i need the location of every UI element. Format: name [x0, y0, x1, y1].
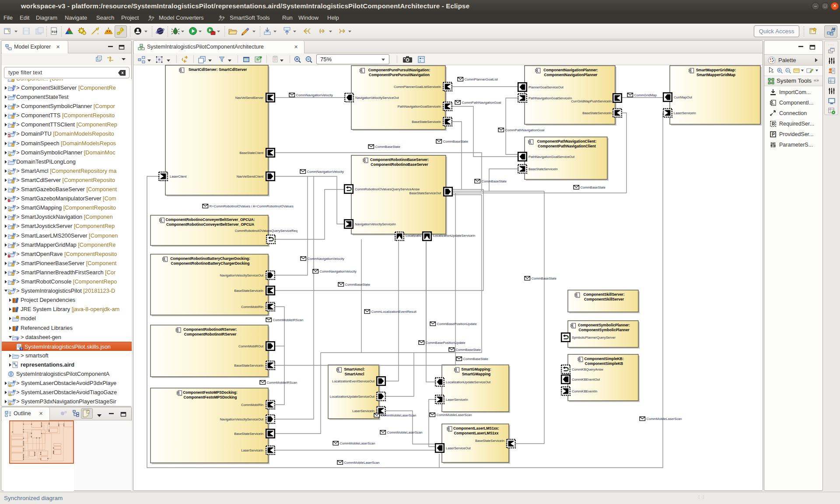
svg-text:M: M — [13, 177, 16, 181]
svg-text:ComponentRobotinoBaseServer:: ComponentRobotinoBaseServer: — [370, 158, 429, 162]
svg-text:LaserServiceIn: LaserServiceIn — [446, 398, 468, 402]
svg-text:CommBaseState: CommBaseState — [375, 145, 400, 149]
svg-text:CommNavigationVelocity: CommNavigationVelocity — [320, 270, 357, 273]
svg-text:CommMobileLaserScan: CommMobileLaserScan — [340, 441, 375, 445]
svg-text:BaseStateServiceOut: BaseStateServiceOut — [409, 191, 441, 195]
svg-text:CommMobileLaserScan: CommMobileLaserScan — [647, 417, 682, 421]
svg-text:ComponentRobotinoBatteryCharge: ComponentRobotinoBatteryChargerDocking — [171, 261, 250, 266]
svg-text:BaseStateServiceIn: BaseStateServiceIn — [475, 439, 504, 443]
svg-text:CommPathNavigationGoal: CommPathNavigationGoal — [462, 101, 501, 105]
svg-text:LaserServiceIn: LaserServiceIn — [674, 111, 696, 115]
svg-text:M: M — [13, 232, 16, 236]
svg-text:CommPlannerGoalList: CommPlannerGoalList — [465, 77, 498, 81]
svg-text:CommBaseState: CommBaseState — [345, 283, 370, 287]
svg-text:LocalizationUpdateServiceOut: LocalizationUpdateServiceOut — [330, 395, 375, 399]
svg-text:PlannerGoalServiceOut: PlannerGoalServiceOut — [528, 85, 564, 89]
svg-text:CommBaseState: CommBaseState — [463, 357, 488, 361]
svg-text:CommKBQueryAnsw: CommKBQueryAnsw — [572, 368, 603, 371]
svg-text:LaserServiceIn: LaserServiceIn — [352, 409, 374, 413]
svg-text:BaseStateServiceIn: BaseStateServiceIn — [234, 364, 263, 368]
svg-text:R=CommRobotinoIOValues / A=Com: R=CommRobotinoIOValues / A=CommRobotinoI… — [210, 204, 294, 208]
svg-text:ComponentRobotinoBaseServer: ComponentRobotinoBaseServer — [371, 162, 428, 167]
svg-text:CommKBEventIn: CommKBEventIn — [572, 389, 597, 393]
svg-text:M: M — [13, 242, 16, 245]
svg-text:CommNavigationVelocity: CommNavigationVelocity — [307, 170, 344, 174]
svg-text:ComponentFestoMPSDocking:: ComponentFestoMPSDocking: — [183, 390, 238, 395]
svg-text:ComponentRobotinoConveyerBeltS: ComponentRobotinoConveyerBeltServer_OPCU… — [166, 222, 254, 227]
svg-text:M: M — [13, 130, 16, 134]
svg-text:M: M — [13, 121, 16, 125]
svg-text:ComponentRobotinoIRServer:: ComponentRobotinoIRServer: — [183, 327, 237, 332]
svg-text:BaseStateServiceIn: BaseStateServiceIn — [582, 111, 612, 115]
svg-text:M: M — [13, 269, 16, 273]
svg-text:LocalizationEventServiceOut: LocalizationEventServiceOut — [332, 379, 375, 383]
svg-text:ComponentSymbolicPlanner:: ComponentSymbolicPlanner: — [578, 323, 630, 327]
svg-text:M: M — [13, 94, 16, 98]
svg-text:PathNavigationGoalServiceOut: PathNavigationGoalServiceOut — [528, 155, 575, 159]
svg-text:ComponentRobotinoIRServer: ComponentRobotinoIRServer — [184, 332, 237, 336]
svg-text:CommBaseState: CommBaseState — [532, 276, 556, 280]
svg-text:ComponentRobotinoBatteryCharge: ComponentRobotinoBatteryChargerDocking: — [170, 256, 250, 261]
svg-text:P: P — [772, 132, 775, 137]
svg-text:ComponentPathNavigationClient:: ComponentPathNavigationClient: — [537, 139, 597, 144]
svg-text:BaseStateServiceIn: BaseStateServiceIn — [234, 432, 263, 436]
svg-text:M: M — [13, 389, 16, 393]
svg-text:M: M — [13, 278, 16, 282]
svg-text:M: M — [13, 158, 16, 162]
svg-text:CommNavigationVelocity: CommNavigationVelocity — [296, 93, 333, 97]
svg-text:BaseStateServiceIn: BaseStateServiceIn — [234, 289, 263, 293]
svg-text:SmartGMapping: SmartGMapping — [462, 372, 491, 376]
svg-text:ComponentPurePursuitNavigation: ComponentPurePursuitNavigation — [369, 73, 430, 77]
svg-text:M: M — [13, 251, 16, 255]
svg-text:M: M — [13, 112, 16, 116]
svg-text:CommMobileIRScan: CommMobileIRScan — [273, 318, 304, 322]
svg-text:M: M — [13, 186, 16, 190]
svg-text:CommMobileLaserScan: CommMobileLaserScan — [344, 461, 380, 465]
svg-text:NavigationVelocityServiceOut: NavigationVelocityServiceOut — [355, 96, 399, 100]
svg-text:CommBaseState: CommBaseState — [443, 140, 468, 144]
svg-text:LocalizationUpdateServiceOut: LocalizationUpdateServiceOut — [446, 380, 491, 384]
svg-text:SmartMapperGridMap:: SmartMapperGridMap: — [696, 68, 736, 72]
svg-text:M: M — [13, 260, 16, 264]
svg-text:NavigationVelocityServiceOut: NavigationVelocityServiceOut — [220, 273, 264, 277]
svg-text:ComponentRobotinoConveyerBeltS: ComponentRobotinoConveyerBeltServer_OPCU… — [165, 217, 255, 222]
svg-text:SmartGMapping:: SmartGMapping: — [461, 367, 491, 371]
svg-text:CommBasePositionUpdate: CommBasePositionUpdate — [437, 322, 477, 326]
svg-text:SymbolicPlannerQueryServer: SymbolicPlannerQueryServer — [572, 336, 616, 340]
svg-text:M: M — [13, 223, 16, 227]
svg-text:CommBaseState: CommBaseState — [456, 348, 481, 352]
svg-text:ComponentSkillServer: ComponentSkillServer — [584, 297, 624, 301]
svg-text:SmartAmcl:: SmartAmcl: — [344, 367, 365, 371]
svg-text:ComponentLaserLMS1xx: ComponentLaserLMS1xx — [454, 431, 498, 435]
svg-text:SmartMapperGridMap: SmartMapperGridMap — [696, 73, 735, 77]
svg-text:CommMobIRIn: CommMobIRIn — [241, 403, 263, 407]
svg-text:R: R — [772, 122, 775, 126]
svg-text:CommMobileIRScan: CommMobileIRScan — [267, 381, 298, 385]
svg-text:M: M — [13, 204, 16, 208]
svg-text:LaserServiceOut: LaserServiceOut — [446, 446, 471, 450]
svg-text:BaseStateClient: BaseStateClient — [240, 151, 264, 155]
svg-text:?: ? — [21, 347, 22, 350]
svg-text:ComponentSimpleKB: ComponentSimpleKB — [585, 361, 623, 366]
svg-text:SmartAmcl: SmartAmcl — [345, 372, 364, 376]
svg-text:M: M — [13, 195, 16, 199]
svg-text:ComponentLaserLMS1xx:: ComponentLaserLMS1xx: — [453, 426, 499, 430]
svg-text:NavVelSendClient: NavVelSendClient — [237, 175, 264, 178]
svg-text:SmartCdlServer: SmartCdlServer: SmartCdlServer: SmartCdlServer — [189, 67, 247, 72]
svg-text:M: M — [13, 149, 16, 153]
svg-text:CommMobIROut: CommMobIROut — [238, 344, 264, 348]
svg-text:ComponentSkillServer:: ComponentSkillServer: — [584, 292, 625, 297]
svg-text:M: M — [13, 398, 16, 402]
svg-text:CommNavigationVelocity: CommNavigationVelocity — [308, 257, 345, 261]
svg-text:CommBaseState: CommBaseState — [581, 186, 606, 189]
svg-text:NavVelSendServer: NavVelSendServer — [235, 96, 264, 100]
svg-text:ComponentFestoMPSDocking: ComponentFestoMPSDocking — [184, 395, 237, 399]
svg-text:?: ? — [16, 337, 18, 341]
svg-text:CommPlannerGoalListServiceIn: CommPlannerGoalListServiceIn — [394, 85, 441, 89]
svg-text:ComponentNavigationPlanner:: ComponentNavigationPlanner: — [543, 68, 598, 72]
svg-text:LaserClient: LaserClient — [170, 175, 187, 178]
svg-text:M: M — [832, 27, 836, 31]
svg-text:ComponentSymbolicPlanner: ComponentSymbolicPlanner — [578, 328, 630, 332]
svg-text:CommPathNavigationGoal: CommPathNavigationGoal — [505, 128, 545, 132]
svg-text:M: M — [13, 140, 16, 144]
